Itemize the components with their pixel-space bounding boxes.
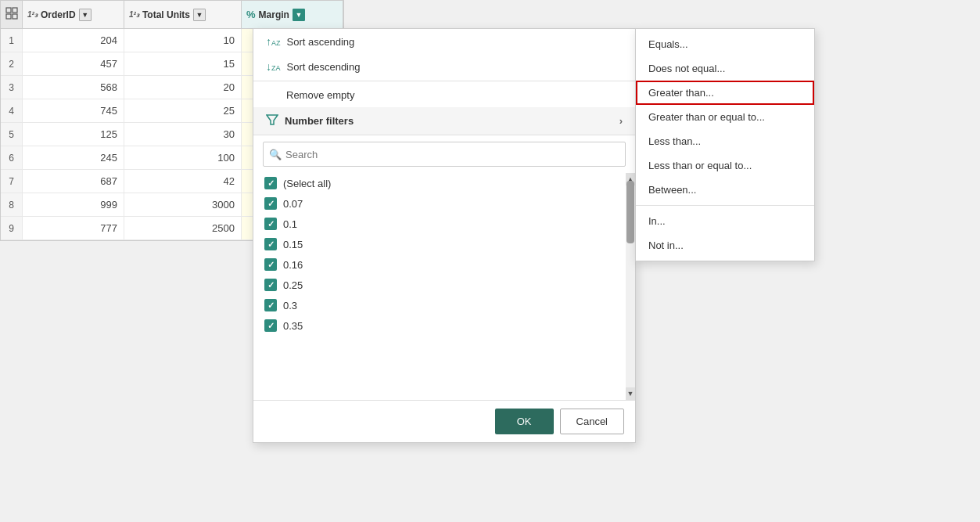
checkbox-label-0.1: 0.1 xyxy=(283,218,297,230)
sort-descending-item[interactable]: ↓ZA Sort descending xyxy=(253,54,635,79)
checkbox-0.07[interactable]: 0.07 xyxy=(264,193,616,214)
checkbox-list: (Select all) 0.07 0.1 0.15 0.16 0.25 xyxy=(253,173,635,400)
cell-totalunits-3: 20 xyxy=(124,76,242,99)
svg-marker-4 xyxy=(267,115,278,124)
col-icon-123-totalunits: 1²₃ xyxy=(129,10,139,19)
divider-1 xyxy=(253,81,635,81)
submenu-gte[interactable]: Greater than or equal to... xyxy=(636,105,814,129)
col-dropdown-margin[interactable]: ▼ xyxy=(293,9,305,21)
submenu-not-in[interactable]: Not in... xyxy=(636,233,814,257)
scrollbar-thumb[interactable] xyxy=(626,181,634,243)
checkbox-0.25[interactable]: 0.25 xyxy=(264,275,616,295)
sort-descending-label: Sort descending xyxy=(287,61,361,73)
ok-button[interactable]: OK xyxy=(495,409,554,434)
checkbox-icon-0.3 xyxy=(264,299,277,311)
checkbox-label-0.3: 0.3 xyxy=(283,300,297,311)
sort-ascending-item[interactable]: ↑AZ Sort ascending xyxy=(253,29,635,54)
scroll-down-arrow[interactable]: ▼ xyxy=(626,387,635,400)
checkbox-label-0.25: 0.25 xyxy=(283,279,303,291)
cell-orderid-7: 687 xyxy=(23,170,124,193)
submenu-greater-than[interactable]: Greater than... xyxy=(636,81,814,105)
cell-rownum-6: 6 xyxy=(1,146,23,169)
checkbox-icon-0.1 xyxy=(264,218,277,230)
checkbox-label-0.07: 0.07 xyxy=(283,198,303,210)
checkbox-label-0.16: 0.16 xyxy=(283,259,303,271)
grid-icon xyxy=(5,7,18,22)
col-label-orderid: OrderID xyxy=(41,9,76,20)
checkbox-icon-0.07 xyxy=(264,197,277,210)
chevron-right-icon: › xyxy=(619,115,623,127)
filter-icon xyxy=(266,113,278,128)
checkbox-0.35[interactable]: 0.35 xyxy=(264,315,616,336)
cell-totalunits-7: 42 xyxy=(124,170,242,193)
checkbox-icon-0.35 xyxy=(264,319,277,332)
filter-dropdown-panel: ↑AZ Sort ascending ↓ZA Sort descending R… xyxy=(253,28,636,443)
cell-rownum-1: 1 xyxy=(1,29,23,52)
search-input[interactable] xyxy=(263,142,626,167)
checkbox-0.15[interactable]: 0.15 xyxy=(264,234,616,254)
submenu-in[interactable]: In... xyxy=(636,209,814,233)
checkbox-icon-0.15 xyxy=(264,238,277,250)
search-wrapper: 🔍 xyxy=(263,142,626,167)
cell-totalunits-6: 100 xyxy=(124,146,242,169)
checkbox-0.3[interactable]: 0.3 xyxy=(264,295,616,315)
remove-empty-item[interactable]: Remove empty xyxy=(253,83,635,107)
cancel-button[interactable]: Cancel xyxy=(560,409,624,434)
col-header-totalunits: 1²₃ Total Units ▼ xyxy=(124,1,242,28)
checkbox-icon-0.16 xyxy=(264,258,277,271)
cell-orderid-5: 125 xyxy=(23,123,124,146)
col-label-margin: Margin xyxy=(259,9,289,20)
cell-rownum-4: 4 xyxy=(1,99,23,122)
scrollbar-track[interactable]: ▲ ▼ xyxy=(626,173,635,400)
checkbox-0.16[interactable]: 0.16 xyxy=(264,254,616,275)
number-filters-item[interactable]: Number filters › xyxy=(253,107,635,135)
cell-orderid-6: 245 xyxy=(23,146,124,169)
checkbox-select-all[interactable]: (Select all) xyxy=(264,173,616,193)
cell-orderid-1: 204 xyxy=(23,29,124,52)
cell-rownum-9: 9 xyxy=(1,217,23,239)
col-icon-123-orderid: 1²₃ xyxy=(27,10,38,19)
submenu-less-than[interactable]: Less than... xyxy=(636,129,814,153)
col-dropdown-totalunits[interactable]: ▼ xyxy=(193,9,206,21)
submenu-between[interactable]: Between... xyxy=(636,178,814,202)
col-icon-percent-margin: % xyxy=(246,9,256,20)
cell-totalunits-2: 15 xyxy=(124,52,242,75)
cell-rownum-8: 8 xyxy=(1,193,23,216)
col-label-totalunits: Total Units xyxy=(142,9,190,20)
cell-totalunits-4: 25 xyxy=(124,99,242,122)
cell-totalunits-1: 10 xyxy=(124,29,242,52)
number-filters-submenu: Equals... Does not equal... Greater than… xyxy=(635,28,815,261)
col-header-margin: % Margin ▼ xyxy=(242,1,343,28)
cell-totalunits-8: 3000 xyxy=(124,193,242,216)
remove-empty-label: Remove empty xyxy=(286,89,354,101)
cell-orderid-8: 999 xyxy=(23,193,124,216)
cell-orderid-4: 745 xyxy=(23,99,124,122)
panel-footer: OK Cancel xyxy=(253,400,635,442)
cell-rownum-7: 7 xyxy=(1,170,23,193)
checkbox-icon-0.25 xyxy=(264,279,277,291)
svg-rect-1 xyxy=(13,8,17,13)
cell-rownum-2: 2 xyxy=(1,52,23,75)
submenu-equals[interactable]: Equals... xyxy=(636,32,814,56)
sort-ascending-icon: ↑AZ xyxy=(266,35,281,48)
submenu-not-equal[interactable]: Does not equal... xyxy=(636,56,814,81)
cell-totalunits-5: 30 xyxy=(124,123,242,146)
search-icon: 🔍 xyxy=(269,149,282,160)
checkbox-label-0.15: 0.15 xyxy=(283,239,303,250)
submenu-divider xyxy=(636,205,814,206)
checkbox-icon-select-all xyxy=(264,177,277,189)
checkbox-label-0.35: 0.35 xyxy=(283,320,303,332)
submenu-lte[interactable]: Less than or equal to... xyxy=(636,153,814,178)
cell-rownum-5: 5 xyxy=(1,123,23,146)
svg-rect-2 xyxy=(6,14,11,19)
sort-descending-icon: ↓ZA xyxy=(266,60,281,73)
number-filters-label: Number filters xyxy=(285,115,354,127)
checkbox-0.1[interactable]: 0.1 xyxy=(264,214,616,234)
cell-totalunits-9: 2500 xyxy=(124,217,242,239)
cell-orderid-9: 777 xyxy=(23,217,124,239)
col-dropdown-orderid[interactable]: ▼ xyxy=(79,9,92,21)
sort-ascending-label: Sort ascending xyxy=(287,36,355,48)
nf-left: Number filters xyxy=(266,113,354,128)
search-container: 🔍 xyxy=(253,135,635,173)
checkbox-list-area: (Select all) 0.07 0.1 0.15 0.16 0.25 xyxy=(253,173,635,400)
